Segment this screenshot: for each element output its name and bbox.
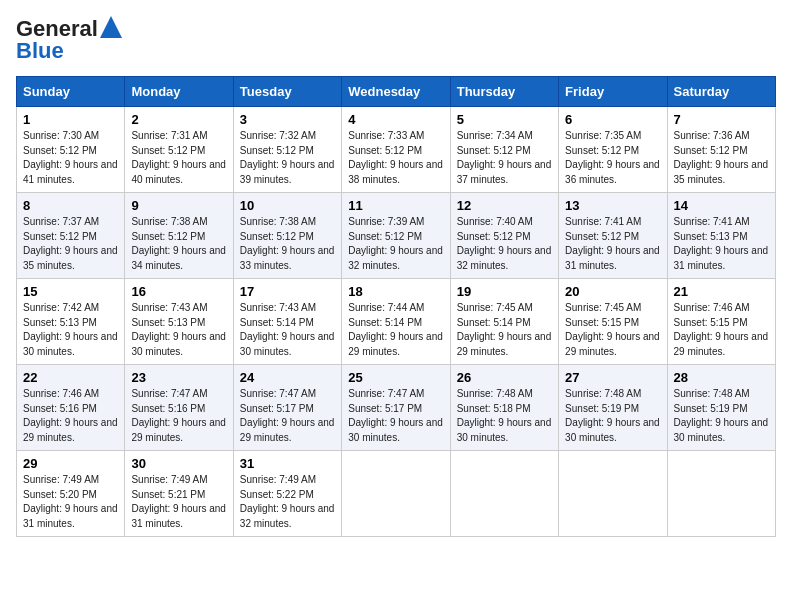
calendar-cell: 16Sunrise: 7:43 AMSunset: 5:13 PMDayligh… [125, 279, 233, 365]
column-header-saturday: Saturday [667, 77, 775, 107]
calendar-cell: 8Sunrise: 7:37 AMSunset: 5:12 PMDaylight… [17, 193, 125, 279]
calendar-week-row: 15Sunrise: 7:42 AMSunset: 5:13 PMDayligh… [17, 279, 776, 365]
day-number: 2 [131, 112, 226, 127]
day-number: 6 [565, 112, 660, 127]
day-number: 17 [240, 284, 335, 299]
day-info: Sunrise: 7:49 AMSunset: 5:20 PMDaylight:… [23, 473, 118, 531]
logo-arrow-icon [100, 16, 122, 38]
calendar-cell: 7Sunrise: 7:36 AMSunset: 5:12 PMDaylight… [667, 107, 775, 193]
day-info: Sunrise: 7:31 AMSunset: 5:12 PMDaylight:… [131, 129, 226, 187]
day-info: Sunrise: 7:33 AMSunset: 5:12 PMDaylight:… [348, 129, 443, 187]
day-number: 10 [240, 198, 335, 213]
day-number: 16 [131, 284, 226, 299]
day-info: Sunrise: 7:45 AMSunset: 5:14 PMDaylight:… [457, 301, 552, 359]
day-info: Sunrise: 7:44 AMSunset: 5:14 PMDaylight:… [348, 301, 443, 359]
day-info: Sunrise: 7:48 AMSunset: 5:18 PMDaylight:… [457, 387, 552, 445]
calendar-cell [559, 451, 667, 537]
day-info: Sunrise: 7:47 AMSunset: 5:17 PMDaylight:… [240, 387, 335, 445]
day-info: Sunrise: 7:41 AMSunset: 5:12 PMDaylight:… [565, 215, 660, 273]
calendar-cell: 4Sunrise: 7:33 AMSunset: 5:12 PMDaylight… [342, 107, 450, 193]
day-info: Sunrise: 7:47 AMSunset: 5:17 PMDaylight:… [348, 387, 443, 445]
day-info: Sunrise: 7:41 AMSunset: 5:13 PMDaylight:… [674, 215, 769, 273]
calendar-table: SundayMondayTuesdayWednesdayThursdayFrid… [16, 76, 776, 537]
day-number: 24 [240, 370, 335, 385]
calendar-cell: 1Sunrise: 7:30 AMSunset: 5:12 PMDaylight… [17, 107, 125, 193]
logo: General Blue [16, 16, 122, 64]
calendar-cell: 11Sunrise: 7:39 AMSunset: 5:12 PMDayligh… [342, 193, 450, 279]
calendar-cell: 17Sunrise: 7:43 AMSunset: 5:14 PMDayligh… [233, 279, 341, 365]
calendar-cell: 6Sunrise: 7:35 AMSunset: 5:12 PMDaylight… [559, 107, 667, 193]
day-info: Sunrise: 7:38 AMSunset: 5:12 PMDaylight:… [131, 215, 226, 273]
day-info: Sunrise: 7:39 AMSunset: 5:12 PMDaylight:… [348, 215, 443, 273]
day-info: Sunrise: 7:38 AMSunset: 5:12 PMDaylight:… [240, 215, 335, 273]
day-info: Sunrise: 7:36 AMSunset: 5:12 PMDaylight:… [674, 129, 769, 187]
day-number: 1 [23, 112, 118, 127]
day-number: 11 [348, 198, 443, 213]
calendar-cell: 19Sunrise: 7:45 AMSunset: 5:14 PMDayligh… [450, 279, 558, 365]
day-number: 3 [240, 112, 335, 127]
day-info: Sunrise: 7:46 AMSunset: 5:15 PMDaylight:… [674, 301, 769, 359]
day-number: 28 [674, 370, 769, 385]
column-header-friday: Friday [559, 77, 667, 107]
calendar-week-row: 1Sunrise: 7:30 AMSunset: 5:12 PMDaylight… [17, 107, 776, 193]
day-number: 4 [348, 112, 443, 127]
day-info: Sunrise: 7:35 AMSunset: 5:12 PMDaylight:… [565, 129, 660, 187]
calendar-cell: 14Sunrise: 7:41 AMSunset: 5:13 PMDayligh… [667, 193, 775, 279]
calendar-cell: 5Sunrise: 7:34 AMSunset: 5:12 PMDaylight… [450, 107, 558, 193]
day-number: 13 [565, 198, 660, 213]
day-info: Sunrise: 7:37 AMSunset: 5:12 PMDaylight:… [23, 215, 118, 273]
calendar-cell: 13Sunrise: 7:41 AMSunset: 5:12 PMDayligh… [559, 193, 667, 279]
calendar-cell: 30Sunrise: 7:49 AMSunset: 5:21 PMDayligh… [125, 451, 233, 537]
calendar-cell: 10Sunrise: 7:38 AMSunset: 5:12 PMDayligh… [233, 193, 341, 279]
day-number: 5 [457, 112, 552, 127]
day-number: 12 [457, 198, 552, 213]
calendar-cell: 9Sunrise: 7:38 AMSunset: 5:12 PMDaylight… [125, 193, 233, 279]
calendar-cell: 24Sunrise: 7:47 AMSunset: 5:17 PMDayligh… [233, 365, 341, 451]
column-header-monday: Monday [125, 77, 233, 107]
logo-text-blue: Blue [16, 38, 64, 64]
day-info: Sunrise: 7:30 AMSunset: 5:12 PMDaylight:… [23, 129, 118, 187]
calendar-cell: 27Sunrise: 7:48 AMSunset: 5:19 PMDayligh… [559, 365, 667, 451]
calendar-cell [342, 451, 450, 537]
day-number: 23 [131, 370, 226, 385]
calendar-cell: 18Sunrise: 7:44 AMSunset: 5:14 PMDayligh… [342, 279, 450, 365]
column-header-tuesday: Tuesday [233, 77, 341, 107]
calendar-header-row: SundayMondayTuesdayWednesdayThursdayFrid… [17, 77, 776, 107]
calendar-week-row: 29Sunrise: 7:49 AMSunset: 5:20 PMDayligh… [17, 451, 776, 537]
calendar-week-row: 8Sunrise: 7:37 AMSunset: 5:12 PMDaylight… [17, 193, 776, 279]
calendar-cell: 28Sunrise: 7:48 AMSunset: 5:19 PMDayligh… [667, 365, 775, 451]
day-info: Sunrise: 7:43 AMSunset: 5:14 PMDaylight:… [240, 301, 335, 359]
day-number: 21 [674, 284, 769, 299]
column-header-sunday: Sunday [17, 77, 125, 107]
day-number: 19 [457, 284, 552, 299]
calendar-cell: 2Sunrise: 7:31 AMSunset: 5:12 PMDaylight… [125, 107, 233, 193]
day-info: Sunrise: 7:32 AMSunset: 5:12 PMDaylight:… [240, 129, 335, 187]
day-number: 27 [565, 370, 660, 385]
calendar-cell: 26Sunrise: 7:48 AMSunset: 5:18 PMDayligh… [450, 365, 558, 451]
day-info: Sunrise: 7:48 AMSunset: 5:19 PMDaylight:… [674, 387, 769, 445]
column-header-wednesday: Wednesday [342, 77, 450, 107]
day-info: Sunrise: 7:48 AMSunset: 5:19 PMDaylight:… [565, 387, 660, 445]
day-info: Sunrise: 7:47 AMSunset: 5:16 PMDaylight:… [131, 387, 226, 445]
day-number: 26 [457, 370, 552, 385]
calendar-cell: 29Sunrise: 7:49 AMSunset: 5:20 PMDayligh… [17, 451, 125, 537]
day-number: 31 [240, 456, 335, 471]
day-info: Sunrise: 7:46 AMSunset: 5:16 PMDaylight:… [23, 387, 118, 445]
day-number: 25 [348, 370, 443, 385]
day-info: Sunrise: 7:34 AMSunset: 5:12 PMDaylight:… [457, 129, 552, 187]
day-info: Sunrise: 7:40 AMSunset: 5:12 PMDaylight:… [457, 215, 552, 273]
calendar-cell: 21Sunrise: 7:46 AMSunset: 5:15 PMDayligh… [667, 279, 775, 365]
calendar-cell: 23Sunrise: 7:47 AMSunset: 5:16 PMDayligh… [125, 365, 233, 451]
day-number: 30 [131, 456, 226, 471]
calendar-cell: 31Sunrise: 7:49 AMSunset: 5:22 PMDayligh… [233, 451, 341, 537]
day-number: 22 [23, 370, 118, 385]
svg-marker-0 [100, 16, 122, 38]
calendar-cell: 3Sunrise: 7:32 AMSunset: 5:12 PMDaylight… [233, 107, 341, 193]
day-info: Sunrise: 7:45 AMSunset: 5:15 PMDaylight:… [565, 301, 660, 359]
calendar-cell: 15Sunrise: 7:42 AMSunset: 5:13 PMDayligh… [17, 279, 125, 365]
column-header-thursday: Thursday [450, 77, 558, 107]
day-info: Sunrise: 7:42 AMSunset: 5:13 PMDaylight:… [23, 301, 118, 359]
day-number: 8 [23, 198, 118, 213]
calendar-cell [450, 451, 558, 537]
page-header: General Blue [16, 16, 776, 64]
